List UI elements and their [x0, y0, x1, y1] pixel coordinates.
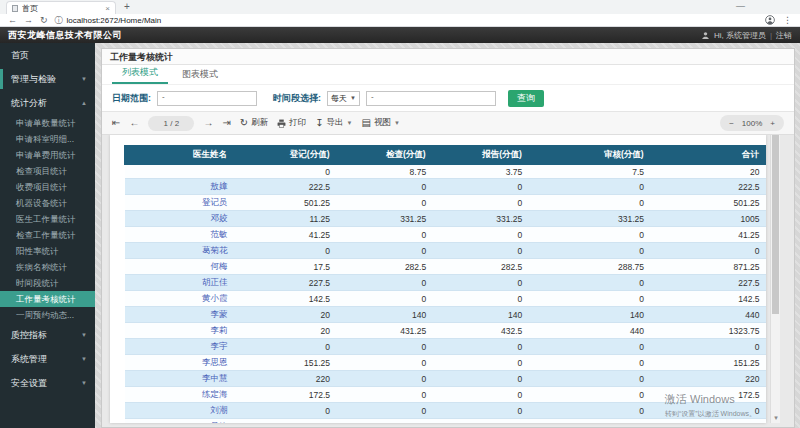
sidebar-subitem[interactable]: 工作量考核统计 — [0, 291, 95, 307]
sidebar-item-qc[interactable]: 质控指标▼ — [0, 323, 95, 347]
caret-icon: ▼ — [81, 76, 87, 82]
sidebar-subitem[interactable]: 收费项目统计 — [0, 179, 95, 195]
doctor-name-cell[interactable]: 范敏 — [125, 227, 234, 243]
sidebar-item-security[interactable]: 安全设置▼ — [0, 371, 95, 395]
doctor-name-cell[interactable]: 胡正佳 — [125, 275, 234, 291]
doctor-name-cell[interactable]: 登记员 — [125, 195, 234, 211]
tab-图表模式[interactable]: 图表模式 — [172, 68, 228, 84]
doctor-name-cell[interactable]: 吕静 — [125, 419, 234, 424]
value-cell: 432.5 — [432, 323, 528, 339]
value-cell: 41.25 — [650, 227, 765, 243]
sidebar-menu: 首页管理与检验▼统计分析▲申请单数量统计申请科室明细...申请单费用统计检查项目… — [0, 43, 95, 428]
sidebar-subitem[interactable]: 申请单数量统计 — [0, 115, 95, 131]
value-cell: 1323.75 — [650, 323, 765, 339]
doctor-name-cell[interactable]: 葛菊花 — [125, 243, 234, 259]
value-cell: 20 — [650, 165, 765, 179]
date-range-input[interactable]: - — [157, 91, 257, 106]
sidebar-subitem[interactable]: 机器设备统计 — [0, 195, 95, 211]
value-cell: 0 — [528, 243, 650, 259]
prev-page-icon[interactable]: ← — [129, 118, 139, 128]
last-page-icon[interactable]: ⇥ — [222, 118, 230, 128]
doctor-name-cell[interactable]: 敖嫜 — [125, 179, 234, 195]
print-button[interactable]: 打印 — [277, 117, 306, 129]
value-cell: 0 — [528, 387, 650, 403]
sidebar-subitem[interactable]: 检查项目统计 — [0, 163, 95, 179]
refresh-button[interactable]: ↻ 刷新 — [240, 117, 268, 129]
doctor-name-cell[interactable]: 黄小霞 — [125, 291, 234, 307]
sidebar-subitem[interactable]: 申请科室明细... — [0, 131, 95, 147]
doctor-name-cell[interactable]: 李中慧 — [125, 371, 234, 387]
sidebar-item-home[interactable]: 首页 — [0, 43, 95, 67]
forward-icon[interactable]: → — [24, 16, 33, 25]
view-button[interactable]: ▤ 视图 ▼ — [362, 117, 400, 129]
scrollbar-thumb[interactable] — [772, 135, 779, 314]
reload-icon[interactable]: ↻ — [40, 16, 48, 25]
sidebar-subitem[interactable]: 医生工作量统计 — [0, 211, 95, 227]
sidebar-subitem[interactable]: 时间段统计 — [0, 275, 95, 291]
tab-列表模式[interactable]: 列表模式 — [112, 66, 168, 84]
sidebar-subitem[interactable]: 阳性率统计 — [0, 243, 95, 259]
view-label: 视图 — [374, 117, 391, 129]
value-cell: 220 — [650, 371, 765, 387]
column-header: 登记(分值) — [233, 146, 336, 165]
zoom-out-button[interactable]: − — [729, 119, 734, 128]
period-select[interactable]: 每天 ▼ — [327, 91, 360, 106]
search-button[interactable]: 查询 — [508, 90, 544, 107]
browser-menu-icon[interactable]: ⋮ — [783, 16, 792, 25]
value-cell: 142.5 — [650, 291, 765, 307]
first-page-icon[interactable]: ⇤ — [112, 118, 120, 128]
next-page-icon[interactable]: → — [203, 118, 213, 128]
value-cell: 0 — [650, 403, 765, 419]
logout-link[interactable]: 注销 — [776, 30, 792, 41]
browser-tab[interactable]: 首页 × — [6, 1, 116, 14]
export-icon: ↧ — [315, 118, 323, 128]
sidebar-subitem[interactable]: 申请单费用统计 — [0, 147, 95, 163]
value-cell: 172.5 — [650, 387, 765, 403]
browser-tab-strip: 首页 × + — — [0, 0, 800, 14]
table-row: 李蒙20140140140440 — [125, 307, 766, 323]
doctor-name-cell[interactable]: 邓姣 — [125, 211, 234, 227]
report-viewport: 医生姓名登记(分值)检查(分值)报告(分值)审核(分值)合计 08.753.75… — [102, 135, 794, 427]
value-cell: 0 — [528, 291, 650, 307]
value-cell: 0 — [233, 339, 336, 355]
period-range-input[interactable]: - — [366, 91, 496, 106]
export-button[interactable]: ↧ 导出 ▼ — [315, 117, 352, 129]
value-cell: 140 — [528, 307, 650, 323]
sidebar-subitem[interactable]: 一周预约动态... — [0, 307, 95, 323]
url-field[interactable]: ⓘ localhost:2672/Home/Main — [55, 15, 758, 26]
zoom-in-button[interactable]: + — [770, 119, 775, 128]
doctor-name-cell[interactable]: 何梅 — [125, 259, 234, 275]
doctor-name-cell[interactable]: 李莉 — [125, 323, 234, 339]
page-indicator[interactable]: 1 / 2 — [148, 116, 194, 131]
report-toolbar: ⇤ ← 1 / 2 → ⇥ ↻ 刷新 打印 ↧ 导 — [102, 111, 794, 135]
sidebar-item-stats[interactable]: 统计分析▲ — [0, 91, 95, 115]
doctor-name-cell[interactable]: 李蒙 — [125, 307, 234, 323]
sidebar-subitem[interactable]: 检查工作量统计 — [0, 227, 95, 243]
scrollbar-down-arrow[interactable]: ▾ — [771, 414, 781, 422]
value-cell: 0 — [528, 403, 650, 419]
doctor-name-cell[interactable]: 李思恩 — [125, 355, 234, 371]
chevron-down-icon: ▼ — [350, 95, 356, 101]
doctor-name-cell[interactable]: 李宇 — [125, 339, 234, 355]
doctor-name-cell[interactable]: 刘潮 — [125, 403, 234, 419]
back-icon[interactable]: ← — [8, 16, 17, 25]
browser-profile-icon[interactable] — [765, 15, 775, 25]
date-range-label: 日期范围: — [112, 92, 151, 105]
site-info-icon[interactable]: ⓘ — [55, 15, 63, 26]
value-cell: 0 — [336, 387, 432, 403]
new-tab-button[interactable]: + — [124, 2, 130, 12]
tab-close-icon[interactable]: × — [105, 4, 110, 13]
report-page: 医生姓名登记(分值)检查(分值)报告(分值)审核(分值)合计 08.753.75… — [110, 135, 766, 423]
sidebar-item-manage[interactable]: 管理与检验▼ — [0, 67, 95, 91]
table-row: 08.753.757.520 — [125, 165, 766, 179]
value-cell: 0 — [432, 371, 528, 387]
sidebar-subitem[interactable]: 疾病名称统计 — [0, 259, 95, 275]
value-cell: 222.5 — [233, 179, 336, 195]
column-header: 检查(分值) — [336, 146, 432, 165]
table-row: 葛菊花00000 — [125, 243, 766, 259]
window-minimize-button[interactable]: — — [736, 1, 745, 11]
vertical-scrollbar[interactable]: ▾ — [770, 135, 780, 423]
doctor-name-cell[interactable]: 练定海 — [125, 387, 234, 403]
filter-bar: 日期范围: - 时间段选择: 每天 ▼ - 查询 — [102, 85, 794, 111]
sidebar-item-system[interactable]: 系统管理▼ — [0, 347, 95, 371]
